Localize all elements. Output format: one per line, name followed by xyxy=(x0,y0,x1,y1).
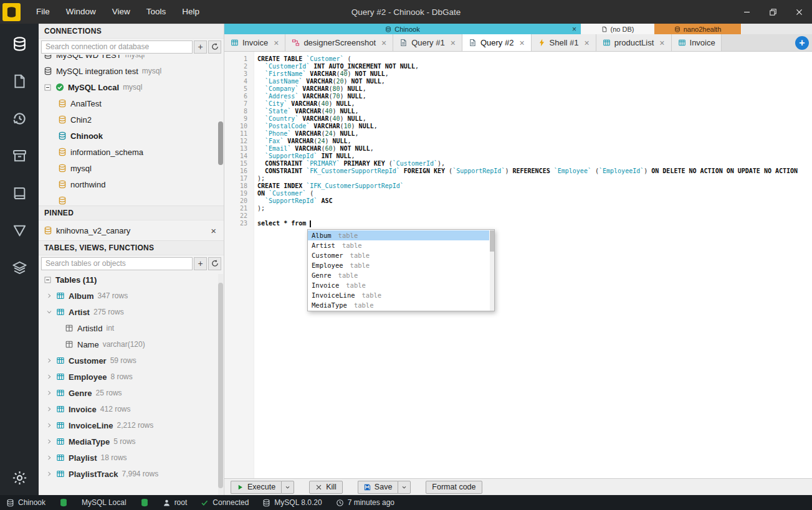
chevron-right-icon[interactable] xyxy=(46,406,52,412)
table-row-customer[interactable]: Customer59 rows xyxy=(39,352,224,369)
chevron-right-icon[interactable] xyxy=(46,455,52,461)
execute-dropdown-button[interactable] xyxy=(281,481,294,494)
autocomplete-item-customer[interactable]: Customertable xyxy=(308,250,489,260)
tab-query-1[interactable]: Query #1× xyxy=(393,34,462,51)
history-icon[interactable] xyxy=(6,105,33,132)
execute-button[interactable]: Execute xyxy=(231,481,281,494)
statusbar-server[interactable]: MySQL Local xyxy=(82,498,127,507)
connections-scrollbar[interactable] xyxy=(218,55,223,207)
minimize-icon[interactable] xyxy=(733,0,760,24)
save-button[interactable]: Save xyxy=(358,481,398,494)
menu-window[interactable]: Window xyxy=(58,0,104,24)
new-tab-button[interactable]: + xyxy=(795,36,809,50)
connection-item-mysql-integration-test[interactable]: MySQL integration testmysql xyxy=(39,63,224,79)
collapse-toggle-icon[interactable] xyxy=(44,276,52,284)
menu-tools[interactable]: Tools xyxy=(138,0,174,24)
autocomplete-item-album[interactable]: Albumtable xyxy=(308,230,489,240)
close-tab-icon[interactable]: × xyxy=(381,39,386,47)
chevron-right-icon[interactable] xyxy=(46,357,52,364)
column-row-name[interactable]: Namevarchar(120) xyxy=(39,336,224,352)
collapse-toggle-icon[interactable] xyxy=(44,83,52,92)
chevron-right-icon[interactable] xyxy=(46,422,52,428)
table-row-playlisttrack[interactable]: PlaylistTrack7,994 rows xyxy=(39,466,224,482)
format-code-button[interactable]: Format code xyxy=(426,481,482,494)
add-connection-button[interactable]: + xyxy=(194,40,207,54)
statusbar-database[interactable]: Chinook xyxy=(6,498,45,507)
database-item-chin2[interactable]: Chin2 xyxy=(39,111,224,128)
database-item-item[interactable] xyxy=(39,192,224,205)
connection-item-mysql-local[interactable]: MySQL Localmysql xyxy=(39,79,224,95)
tables-search-input[interactable] xyxy=(41,257,193,270)
close-tab-icon[interactable]: × xyxy=(659,39,664,47)
table-row-invoice[interactable]: Invoice412 rows xyxy=(39,401,224,417)
refresh-tables-button[interactable] xyxy=(208,257,221,270)
close-tab-icon[interactable]: × xyxy=(274,39,279,47)
table-row-artist[interactable]: Artist275 rows xyxy=(39,304,224,320)
kill-button[interactable]: Kill xyxy=(309,481,343,494)
close-tab-icon[interactable]: × xyxy=(585,39,590,47)
database-item-northwind[interactable]: northwind xyxy=(39,176,224,192)
tab-group-no-db[interactable]: (no DB) xyxy=(581,24,654,34)
layers-icon[interactable] xyxy=(6,254,33,281)
autocomplete-item-employee[interactable]: Employeetable xyxy=(308,260,489,270)
tables-group-row[interactable]: Tables (11) xyxy=(39,272,224,288)
table-row-invoiceline[interactable]: InvoiceLine2,212 rows xyxy=(39,417,224,433)
database-icon[interactable] xyxy=(6,30,33,57)
table-row-employee[interactable]: Employee8 rows xyxy=(39,369,224,385)
unpin-icon[interactable]: × xyxy=(211,225,224,236)
tab-productlist[interactable]: productList× xyxy=(596,34,672,51)
book-icon[interactable] xyxy=(6,179,33,207)
database-item-analtest[interactable]: AnalTest xyxy=(39,95,224,111)
restore-icon[interactable] xyxy=(760,0,786,24)
database-item-chinook[interactable]: Chinook xyxy=(39,128,224,144)
funnel-icon[interactable] xyxy=(6,217,33,244)
database-item-information-schema[interactable]: information_schema xyxy=(39,144,224,160)
table-row-genre[interactable]: Genre25 rows xyxy=(39,385,224,401)
tab-invoice[interactable]: Invoice xyxy=(672,34,722,51)
chevron-right-icon[interactable] xyxy=(46,438,52,445)
close-tab-icon[interactable]: × xyxy=(451,39,456,47)
sql-editor[interactable]: 1CREATE TABLE `Customer` (2 `CustomerId`… xyxy=(224,52,812,478)
database-item-mysql[interactable]: mysql xyxy=(39,160,224,176)
autocomplete-item-mediatype[interactable]: MediaTypetable xyxy=(308,300,489,310)
pinned-item-knihovna-v2-canary[interactable]: knihovna_v2_canary× xyxy=(39,220,224,240)
gear-icon[interactable] xyxy=(6,464,33,491)
chevron-right-icon[interactable] xyxy=(46,293,52,299)
close-group-icon[interactable]: × xyxy=(572,26,576,33)
chevron-right-icon[interactable] xyxy=(46,471,52,477)
menu-file[interactable]: File xyxy=(28,0,58,24)
refresh-connections-button[interactable] xyxy=(208,40,221,54)
server-sync-icon[interactable] xyxy=(140,498,149,507)
chevron-right-icon[interactable] xyxy=(46,309,52,315)
autocomplete-item-artist[interactable]: Artisttable xyxy=(308,240,489,250)
scrollbar-thumb[interactable] xyxy=(218,121,223,165)
tab-group-chinook[interactable]: Chinook× xyxy=(224,24,581,34)
save-dropdown-button[interactable] xyxy=(398,481,411,494)
tab-query-2[interactable]: Query #2× xyxy=(462,34,532,51)
connections-search-input[interactable] xyxy=(41,40,193,54)
file-icon[interactable] xyxy=(6,67,33,95)
tables-scrollbar[interactable] xyxy=(218,274,223,495)
autocomplete-item-genre[interactable]: Genretable xyxy=(308,270,489,280)
connection-item-mysql-wd-test[interactable]: MySQL WD TESTmysql xyxy=(39,55,224,63)
scrollbar-thumb[interactable] xyxy=(490,230,494,252)
autocomplete-scrollbar[interactable] xyxy=(490,230,494,311)
close-tab-icon[interactable]: × xyxy=(519,39,524,47)
menu-help[interactable]: Help xyxy=(174,0,208,24)
table-row-mediatype[interactable]: MediaType5 rows xyxy=(39,433,224,450)
database-sync-icon[interactable] xyxy=(59,498,68,507)
tab-group-nano2health[interactable]: nano2health xyxy=(654,24,742,34)
menu-view[interactable]: View xyxy=(104,0,138,24)
scrollbar-thumb[interactable] xyxy=(218,283,223,488)
code-area[interactable]: 1CREATE TABLE `Customer` (2 `CustomerId`… xyxy=(224,52,812,227)
statusbar-refresh-time[interactable]: 7 minutes ago xyxy=(336,498,394,507)
table-row-album[interactable]: Album347 rows xyxy=(39,288,224,304)
tab-designerscreenshot[interactable]: designerScreenshot× xyxy=(285,34,393,51)
close-icon[interactable] xyxy=(786,0,812,24)
tab-shell-1[interactable]: Shell #1× xyxy=(532,34,596,51)
autocomplete-item-invoiceline[interactable]: InvoiceLinetable xyxy=(308,290,489,300)
table-row-playlist[interactable]: Playlist18 rows xyxy=(39,450,224,466)
archive-icon[interactable] xyxy=(6,142,33,169)
column-row-artistid[interactable]: ArtistIdint xyxy=(39,320,224,336)
autocomplete-item-invoice[interactable]: Invoicetable xyxy=(308,280,489,290)
